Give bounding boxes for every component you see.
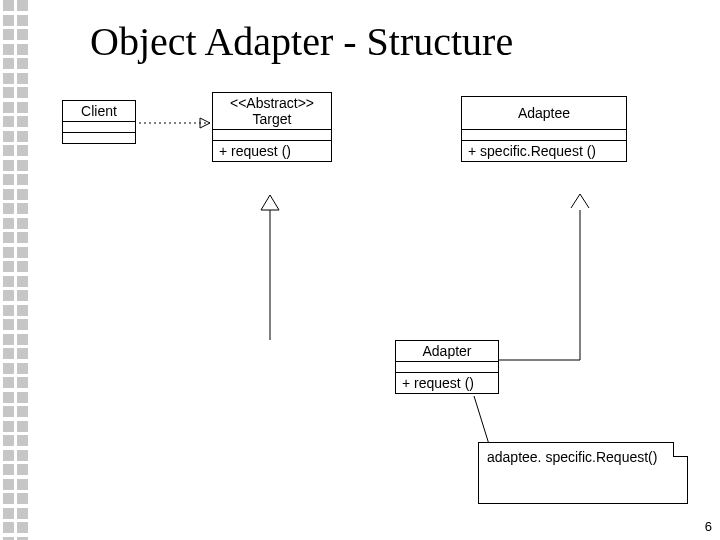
uml-class-client: Client bbox=[62, 100, 136, 144]
note-fold-icon bbox=[673, 442, 688, 457]
target-empty-attr bbox=[213, 130, 331, 141]
target-name: Target bbox=[217, 111, 327, 127]
svg-line-5 bbox=[571, 194, 580, 208]
target-method: + request () bbox=[213, 141, 331, 161]
adapter-empty-attr bbox=[396, 362, 498, 373]
uml-class-adaptee: Adaptee + specific.Request () bbox=[461, 96, 627, 162]
page-title: Object Adapter - Structure bbox=[90, 18, 513, 65]
uml-class-target: <<Abstract>> Target + request () bbox=[212, 92, 332, 162]
target-stereotype: <<Abstract>> bbox=[217, 95, 327, 111]
adaptee-name: Adaptee bbox=[462, 97, 626, 130]
note-text: adaptee. specific.Request() bbox=[487, 449, 657, 465]
adaptee-empty-attr bbox=[462, 130, 626, 141]
svg-marker-2 bbox=[261, 195, 279, 210]
svg-line-6 bbox=[580, 194, 589, 208]
adapter-method: + request () bbox=[396, 373, 498, 393]
target-header: <<Abstract>> Target bbox=[213, 93, 331, 130]
client-empty-op bbox=[63, 133, 135, 143]
client-empty-attr bbox=[63, 122, 135, 133]
uml-note: adaptee. specific.Request() bbox=[478, 442, 688, 504]
adaptee-method: + specific.Request () bbox=[462, 141, 626, 161]
adapter-name: Adapter bbox=[396, 341, 498, 362]
page-number: 6 bbox=[705, 519, 712, 534]
uml-class-adapter: Adapter + request () bbox=[395, 340, 499, 394]
client-name: Client bbox=[63, 101, 135, 122]
decorative-strip bbox=[0, 0, 30, 540]
